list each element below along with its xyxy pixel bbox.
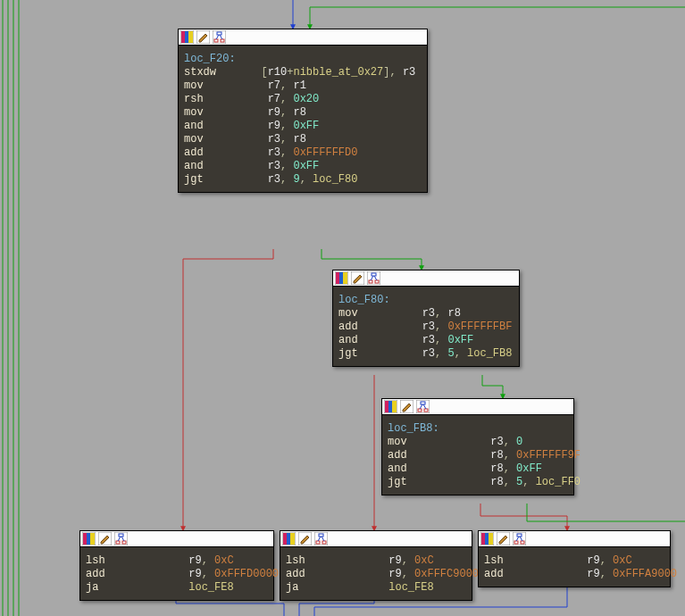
- block-header: [80, 531, 273, 547]
- block-header: [382, 399, 573, 415]
- graph-icon[interactable]: [513, 532, 526, 545]
- svg-rect-25: [392, 401, 397, 412]
- block-fallthrough-F80[interactable]: lsh r9, 0xC add r9, 0xFFFC9000 ja loc_FE…: [280, 530, 472, 601]
- block-label: loc_FB8:: [388, 422, 439, 435]
- svg-rect-34: [90, 533, 95, 545]
- svg-rect-7: [188, 31, 193, 43]
- block-body: lsh r9, 0xC add r9, 0xFFFD0000 ja loc_FE…: [80, 547, 273, 600]
- svg-rect-33: [87, 533, 90, 545]
- svg-rect-16: [343, 272, 347, 284]
- block-loc-F20[interactable]: loc_F20: stxdw [r10+nibble_at_0x27], r3 …: [178, 29, 428, 193]
- svg-rect-42: [287, 533, 290, 545]
- color-icon[interactable]: [82, 532, 96, 545]
- block-header: [179, 29, 427, 46]
- block-header: [280, 531, 472, 547]
- block-body: lsh r9, 0xC add r9, 0xFFFA9000: [479, 547, 670, 587]
- block-label: loc_F80:: [338, 294, 390, 306]
- block-body: lsh r9, 0xC add r9, 0xFFFC9000 ja loc_FE…: [280, 547, 472, 600]
- block-label: loc_F20:: [184, 53, 236, 65]
- color-icon[interactable]: [282, 532, 296, 545]
- edit-icon[interactable]: [98, 532, 112, 545]
- block-header: [333, 271, 519, 287]
- edit-icon[interactable]: [400, 400, 414, 413]
- svg-rect-15: [339, 272, 343, 284]
- svg-rect-51: [485, 533, 489, 545]
- edit-icon[interactable]: [196, 30, 210, 44]
- svg-rect-50: [481, 533, 485, 545]
- block-fallthrough-F20[interactable]: lsh r9, 0xC add r9, 0xFFFD0000 ja loc_FE…: [79, 530, 274, 601]
- svg-rect-24: [388, 401, 392, 412]
- graph-icon[interactable]: [213, 30, 226, 44]
- color-icon[interactable]: [384, 400, 397, 413]
- block-fallthrough-FB8[interactable]: lsh r9, 0xC add r9, 0xFFFA9000: [478, 530, 671, 587]
- graph-icon[interactable]: [416, 400, 430, 413]
- svg-rect-5: [181, 31, 185, 43]
- svg-rect-14: [336, 272, 339, 284]
- color-icon[interactable]: [335, 271, 348, 285]
- graph-icon[interactable]: [314, 532, 328, 545]
- color-icon[interactable]: [180, 30, 194, 44]
- svg-rect-52: [489, 533, 493, 545]
- svg-rect-43: [290, 533, 295, 545]
- svg-rect-41: [283, 533, 287, 545]
- block-body: loc_F20: stxdw [r10+nibble_at_0x27], r3 …: [179, 46, 427, 192]
- graph-icon[interactable]: [114, 532, 128, 545]
- color-icon[interactable]: [480, 532, 494, 545]
- edit-icon[interactable]: [298, 532, 312, 545]
- block-loc-FB8[interactable]: loc_FB8: mov r3, 0 add r8, 0xFFFFFF9F an…: [381, 398, 574, 495]
- block-body: loc_FB8: mov r3, 0 add r8, 0xFFFFFF9F an…: [382, 415, 573, 495]
- block-header: [479, 531, 670, 547]
- edit-icon[interactable]: [351, 271, 364, 285]
- svg-rect-32: [83, 533, 87, 545]
- block-body: loc_F80: mov r3, r8 add r3, 0xFFFFFFBF a…: [333, 287, 519, 366]
- graph-icon[interactable]: [367, 271, 380, 285]
- edit-icon[interactable]: [497, 532, 510, 545]
- svg-rect-23: [385, 401, 388, 412]
- block-loc-F80[interactable]: loc_F80: mov r3, r8 add r3, 0xFFFFFFBF a…: [332, 270, 520, 367]
- svg-rect-6: [185, 31, 188, 43]
